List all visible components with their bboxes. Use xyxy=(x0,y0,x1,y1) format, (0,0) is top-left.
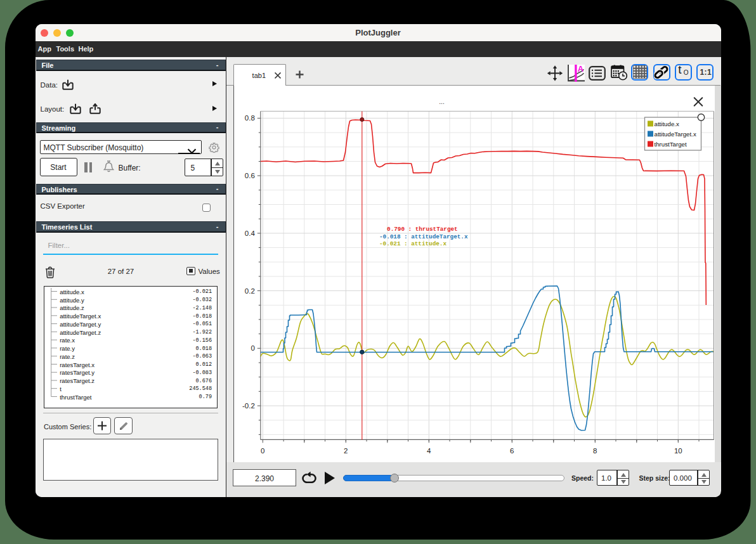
svg-text:attitude.x: attitude.x xyxy=(654,120,679,127)
svg-text:8: 8 xyxy=(593,447,597,455)
svg-text:A: A xyxy=(578,65,584,74)
svg-text:6: 6 xyxy=(510,447,514,455)
svg-text:0.8: 0.8 xyxy=(244,114,254,122)
svg-text:...: ... xyxy=(439,98,444,105)
svg-text:2: 2 xyxy=(344,447,348,455)
svg-text:0.6: 0.6 xyxy=(244,172,254,179)
svg-text:attitudeTarget.x: attitudeTarget.x xyxy=(654,131,696,138)
svg-text:0.4: 0.4 xyxy=(244,230,255,237)
svg-text:thrustTarget: thrustTarget xyxy=(654,141,686,148)
svg-text:0: 0 xyxy=(261,447,264,455)
svg-text:0: 0 xyxy=(251,344,254,352)
svg-text:0.2: 0.2 xyxy=(244,287,254,295)
svg-text:0.790 : thrustTarget: 0.790 : thrustTarget xyxy=(383,226,457,233)
svg-text:-0.2: -0.2 xyxy=(242,402,254,410)
svg-text:-0.021 : attitude.x: -0.021 : attitude.x xyxy=(379,240,446,247)
svg-text:10: 10 xyxy=(674,447,682,455)
svg-text:4: 4 xyxy=(427,447,431,455)
